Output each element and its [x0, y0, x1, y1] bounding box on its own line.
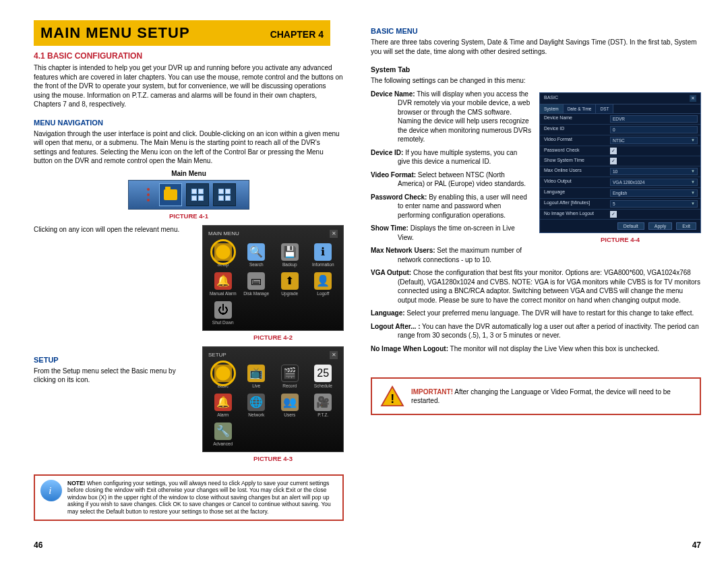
toolbar-grid-icon-1 — [186, 183, 209, 206]
toolbar-menu-icon — [159, 183, 182, 206]
settings-input: NTSC▼ — [610, 137, 698, 144]
close-icon: ✕ — [690, 95, 696, 102]
click-any-icon-text: Clicking on any icon will open the relev… — [34, 225, 193, 235]
settings-row: Device NameEDVR — [540, 114, 700, 125]
picture-4-1-caption: PICTURE 4-1 — [34, 212, 344, 220]
basic-menu-text: There are three tabs covering System, Da… — [371, 38, 701, 56]
basic-settings-panel: BASIC✕ System Date & Time DST Device Nam… — [539, 92, 701, 233]
search-icon: 🔍 — [247, 243, 265, 261]
intro-paragraph: This chapter is intended to help you get… — [34, 63, 344, 109]
menu-item-label: Advanced — [213, 441, 233, 446]
menu-item-label: Users — [284, 412, 295, 417]
settings-row: Device ID0 — [540, 125, 700, 135]
settings-row-key: Password Check — [540, 146, 607, 156]
settings-row-key: Device Name — [540, 114, 607, 124]
picture-4-2-panel: MAIN MENU✕ Setup 🔍Search 💾Backup ℹInform… — [202, 225, 344, 331]
menu-item-label: Record — [282, 383, 297, 388]
shutdown-icon: ⏻ — [214, 301, 232, 319]
menu-item-label: P.T.Z. — [317, 412, 328, 417]
settings-row-value: EDVR — [607, 114, 700, 124]
settings-row-key: Device ID — [540, 125, 607, 135]
settings-row: Video FormatNTSC▼ — [540, 135, 700, 146]
settings-row-value: 0 — [607, 125, 700, 135]
menu-item-label: Network — [248, 412, 264, 417]
close-icon: ✕ — [330, 351, 338, 359]
settings-row-value: 10▼ — [607, 166, 700, 177]
info-icon: i — [40, 480, 62, 501]
page-46: MAIN MENU SETUP CHAPTER 4 4.1 BASIC CONF… — [34, 20, 344, 521]
network-icon: 🌐 — [247, 394, 265, 411]
schedule-icon: 25 — [314, 365, 332, 382]
disk-manage-icon: 🖴 — [247, 272, 265, 290]
setup-panel-title: SETUP — [208, 352, 226, 358]
menu-item-label: Live — [252, 383, 260, 388]
chevron-down-icon: ▼ — [691, 138, 695, 142]
settings-row-key: Max Online Users — [540, 166, 607, 177]
chapter-title-bar: MAIN MENU SETUP CHAPTER 4 — [34, 20, 330, 46]
page-number-left: 46 — [34, 540, 42, 550]
settings-row-key: No Image When Logout — [540, 210, 607, 219]
toolbar-indicator-dots — [142, 183, 155, 207]
chevron-down-icon: ▼ — [691, 180, 695, 184]
chevron-down-icon: ▼ — [691, 191, 695, 195]
important-box: ! IMPORTANT! After changing the Language… — [371, 377, 701, 415]
settings-row: Logout After [Minutes]5▼ — [540, 199, 700, 210]
menu-item-label: Information — [312, 262, 334, 267]
checkbox-icon: ✓ — [610, 158, 617, 164]
exit-button: Exit — [676, 222, 696, 230]
warning-icon: ! — [380, 385, 404, 407]
settings-row: Password Check✓ — [540, 146, 700, 156]
settings-row: LanguageEnglish▼ — [540, 188, 700, 199]
toolbar-grid-icon-2 — [213, 183, 236, 206]
logoff-icon: 👤 — [314, 272, 332, 290]
settings-row: Video OutputVGA 1280x1024▼ — [540, 177, 700, 188]
settings-row-key: Language — [540, 188, 607, 198]
menu-item-label: Shut Down — [212, 320, 234, 325]
picture-4-3-caption: PICTURE 4-3 — [202, 455, 344, 462]
settings-input: 0 — [610, 126, 698, 133]
svg-text:i: i — [49, 485, 51, 496]
picture-4-1-toolbar — [128, 180, 249, 210]
chevron-down-icon: ▼ — [691, 201, 695, 206]
settings-row-key: Video Output — [540, 177, 607, 187]
menu-item-label: Logoff — [317, 291, 329, 296]
picture-4-2-caption: PICTURE 4-2 — [202, 334, 344, 341]
menu-item-label: Backup — [282, 262, 297, 267]
settings-input: 10▼ — [610, 168, 698, 175]
checkbox-icon: ✓ — [610, 148, 617, 154]
manual-alarm-icon: 🔔 — [214, 272, 232, 290]
close-icon: ✕ — [330, 230, 338, 238]
settings-row-value: NTSC▼ — [607, 135, 700, 146]
menu-item-label: Alarm — [217, 412, 229, 417]
system-tab-intro: The following settings can be changed in… — [371, 76, 701, 86]
menu-item-label: Schedule — [314, 383, 332, 388]
checkbox-icon: ✓ — [610, 211, 617, 218]
tab-date-time: Date & Time — [564, 104, 597, 113]
settings-row-value: ✓ — [607, 156, 700, 166]
picture-4-4-container: BASIC✕ System Date & Time DST Device Nam… — [539, 92, 701, 249]
info-icon: ℹ — [314, 243, 332, 261]
menu-navigation-text: Navigation through the user interface is… — [34, 129, 344, 166]
settings-row-value: English▼ — [607, 188, 700, 198]
system-tab-heading: System Tab — [371, 65, 701, 73]
backup-icon: 💾 — [281, 243, 299, 261]
settings-row-value: VGA 1280x1024▼ — [607, 177, 700, 187]
basic-icon — [214, 365, 232, 382]
chapter-title: MAIN MENU SETUP — [40, 24, 190, 42]
setup-icon — [214, 243, 232, 261]
chevron-down-icon: ▼ — [691, 169, 695, 173]
setup-text: From the Setup menu select the Basic men… — [34, 367, 193, 385]
menu-item-label: Upgrade — [281, 291, 298, 296]
menu-item-label: Disk Manage — [243, 291, 269, 296]
settings-input: English▼ — [610, 189, 698, 197]
panel-title: BASIC — [544, 95, 558, 102]
settings-row-key: Video Format — [540, 135, 607, 146]
folder-icon — [164, 189, 177, 200]
basic-menu-heading: BASIC MENU — [371, 27, 701, 35]
settings-tabs: System Date & Time DST — [540, 104, 700, 114]
settings-row: Show System Time✓ — [540, 156, 700, 166]
alarm-icon: 🔔 — [214, 394, 232, 411]
section-4-1-heading: 4.1 BASIC CONFIGURATION — [34, 51, 344, 61]
settings-row-key: Logout After [Minutes] — [540, 199, 607, 209]
setup-heading: SETUP — [34, 356, 193, 364]
